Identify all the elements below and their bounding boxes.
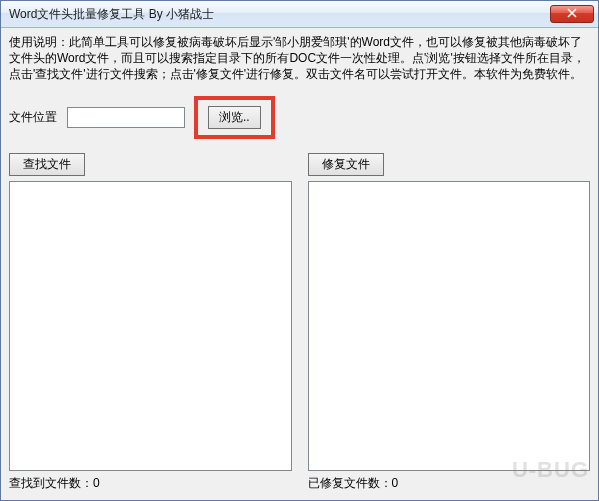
client-area: 使用说明：此简单工具可以修复被病毒破坏后显示'邹小朋爱邹琪'的Word文件，也可…: [1, 28, 598, 500]
close-icon: [567, 7, 577, 21]
titlebar: Word文件头批量修复工具 By 小猪战士: [1, 1, 598, 28]
instructions-text: 使用说明：此简单工具可以修复被病毒破坏后显示'邹小朋爱邹琪'的Word文件，也可…: [9, 34, 590, 82]
browse-button[interactable]: 浏览..: [208, 106, 261, 129]
close-button[interactable]: [550, 5, 594, 23]
found-count-row: 查找到文件数：0: [9, 475, 292, 492]
repaired-count-value: 0: [392, 476, 399, 490]
search-column: 查找文件 查找到文件数：0: [9, 153, 292, 492]
browse-highlight: 浏览..: [194, 96, 275, 139]
window-title: Word文件头批量修复工具 By 小猪战士: [9, 6, 550, 23]
search-files-button[interactable]: 查找文件: [9, 153, 85, 176]
found-count-value: 0: [93, 476, 100, 490]
found-count-label: 查找到文件数：: [9, 476, 93, 490]
lists-area: 查找文件 查找到文件数：0 修复文件 已修复文件数：0: [9, 153, 590, 492]
repair-column: 修复文件 已修复文件数：0: [308, 153, 591, 492]
file-path-label: 文件位置: [9, 109, 61, 126]
repaired-files-list[interactable]: [308, 181, 591, 471]
repair-files-button[interactable]: 修复文件: [308, 153, 384, 176]
file-path-row: 文件位置 浏览..: [9, 96, 590, 139]
main-window: Word文件头批量修复工具 By 小猪战士 使用说明：此简单工具可以修复被病毒破…: [0, 0, 599, 501]
repaired-count-row: 已修复文件数：0: [308, 475, 591, 492]
repaired-count-label: 已修复文件数：: [308, 476, 392, 490]
found-files-list[interactable]: [9, 181, 292, 471]
file-path-input[interactable]: [67, 107, 185, 128]
